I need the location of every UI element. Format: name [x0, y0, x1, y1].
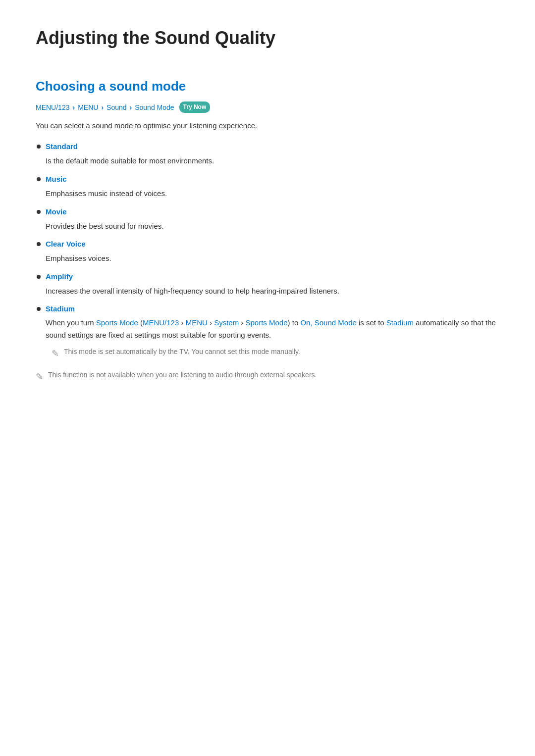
bullet-standard	[37, 145, 41, 149]
mode-music: Music Emphasises music instead of voices…	[46, 173, 499, 200]
mode-name-stadium: Stadium	[46, 303, 499, 315]
mode-desc-movie: Provides the best sound for movies.	[46, 222, 163, 230]
mode-desc-clearvoice: Emphasises voices.	[46, 254, 111, 262]
stadium-inner-note: ✎ This mode is set automatically by the …	[52, 347, 499, 361]
mode-desc-standard: Is the default mode suitable for most en…	[46, 156, 214, 165]
bullet-clearvoice	[37, 242, 41, 246]
breadcrumb: MENU/123 › MENU › Sound › Sound Mode Try…	[36, 101, 499, 113]
breadcrumb-sound: Sound	[107, 102, 126, 113]
stadium-text-1: When you turn	[46, 318, 96, 327]
stadium-text-4: is set to	[357, 318, 386, 327]
bullet-movie	[37, 210, 41, 214]
intro-text: You can select a sound mode to optimise …	[36, 120, 499, 132]
mode-name-movie: Movie	[46, 206, 499, 218]
mode-movie: Movie Provides the best sound for movies…	[46, 206, 499, 233]
try-now-badge[interactable]: Try Now	[179, 101, 211, 113]
stadium-sep3: ›	[239, 318, 245, 327]
mode-name-music: Music	[46, 173, 499, 185]
mode-name-standard: Standard	[46, 141, 499, 152]
mode-amplify: Amplify Increases the overall intensity …	[46, 271, 499, 298]
mode-desc-music: Emphasises music instead of voices.	[46, 189, 167, 198]
stadium-link-menu: MENU	[186, 318, 208, 327]
breadcrumb-soundmode: Sound Mode	[135, 102, 174, 113]
stadium-text-2: (	[138, 318, 143, 327]
stadium-link-stadium: Stadium	[386, 318, 414, 327]
stadium-sep1: ›	[179, 318, 185, 327]
breadcrumb-menu: MENU	[78, 102, 98, 113]
stadium-link-menu123: MENU/123	[143, 318, 179, 327]
breadcrumb-sep2: ›	[101, 102, 104, 113]
sound-modes-list: Standard Is the default mode suitable fo…	[46, 141, 499, 360]
mode-desc-amplify: Increases the overall intensity of high-…	[46, 287, 339, 295]
breadcrumb-sep3: ›	[130, 102, 132, 113]
mode-standard: Standard Is the default mode suitable fo…	[46, 141, 499, 167]
bullet-stadium	[37, 307, 41, 311]
page-title: Adjusting the Sound Quality	[36, 24, 499, 52]
mode-name-clearvoice: Clear Voice	[46, 238, 499, 250]
mode-clearvoice: Clear Voice Emphasises voices.	[46, 238, 499, 265]
stadium-link-system: System	[214, 318, 239, 327]
stadium-link-onsoundmode: On, Sound Mode	[300, 318, 356, 327]
bullet-music	[37, 177, 41, 181]
mode-stadium: Stadium When you turn Sports Mode (MENU/…	[46, 303, 499, 360]
stadium-sep2: ›	[208, 318, 214, 327]
outer-note: ✎ This function is not available when yo…	[36, 370, 499, 384]
pencil-icon-outer: ✎	[36, 370, 43, 384]
section-title: Choosing a sound mode	[36, 76, 499, 97]
stadium-text-3: ) to	[288, 318, 301, 327]
stadium-inner-note-text: This mode is set automatically by the TV…	[64, 347, 300, 357]
stadium-link-sportsmode2: Sports Mode	[246, 318, 288, 327]
breadcrumb-sep1: ›	[72, 102, 75, 113]
stadium-description: When you turn Sports Mode (MENU/123 › ME…	[46, 317, 499, 342]
stadium-link-sportsmode: Sports Mode	[96, 318, 138, 327]
mode-name-amplify: Amplify	[46, 271, 499, 283]
bullet-amplify	[37, 275, 41, 279]
pencil-icon-inner: ✎	[52, 347, 59, 361]
breadcrumb-menu123: MENU/123	[36, 102, 69, 113]
outer-note-text: This function is not available when you …	[48, 370, 317, 380]
